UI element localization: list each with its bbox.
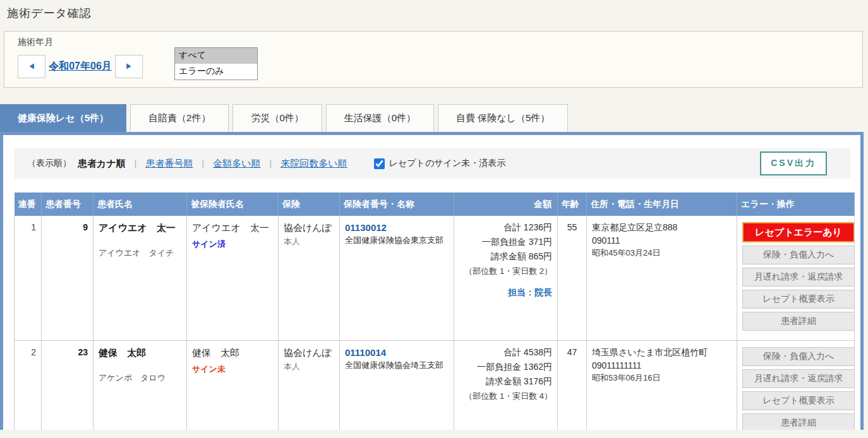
patient-number-cell: 23 bbox=[42, 341, 93, 430]
sort-toolbar: （表示順） 患者カナ順 ｜ 患者番号順 ｜ 金額多い順 ｜ 来院回数多い順 レセ… bbox=[14, 148, 851, 179]
header-insured-name: 被保険者氏名 bbox=[187, 192, 279, 216]
next-month-button[interactable]: ▶ bbox=[115, 55, 143, 78]
address-cell: 埼玉県さいたま市北区植竹町 09011111111 昭和53年06月16日 bbox=[587, 341, 737, 430]
patient-detail-button[interactable]: 患者詳細 bbox=[742, 312, 855, 331]
insurance-type: 協会けんぽ bbox=[284, 347, 334, 359]
sort-separator: ｜ bbox=[198, 158, 207, 169]
table-row: 1 9 アイウエオ 太一 アイウエオ タイチ アイウエオ 太一 サイン済 協会け… bbox=[15, 216, 855, 341]
insurance-injury-input-button[interactable]: 保険・負傷入力へ bbox=[742, 347, 855, 366]
csv-export-button[interactable]: CSV出力 bbox=[760, 151, 827, 175]
receipt-panel: （表示順） 患者カナ順 ｜ 患者番号順 ｜ 金額多い順 ｜ 来院回数多い順 レセ… bbox=[0, 132, 864, 430]
prev-month-icon: ◀ bbox=[28, 63, 35, 70]
error-filter-listbox[interactable]: すべて エラーのみ bbox=[174, 47, 258, 80]
insurance-tabs: 健康保険レセ（5件） 自賠責（2件） 労災（0件） 生活保護（0件） 自費 保険… bbox=[0, 104, 868, 132]
current-month-link[interactable]: 令和07年06月 bbox=[45, 60, 115, 73]
patient-name-cell: アイウエオ 太一 アイウエオ タイチ bbox=[93, 216, 187, 341]
operations-cell: レセプトエラーあり 保険・負傷入力へ 月遅れ請求・返戻請求 レセプト概要表示 患… bbox=[737, 216, 855, 341]
sign-display-checkbox-label: レセプトのサイン未・済表示 bbox=[389, 158, 506, 169]
insured-name-cell: アイウエオ 太一 サイン済 bbox=[187, 216, 279, 341]
amount-total: 合計 4538円 bbox=[459, 347, 552, 358]
tab-seikatsu-hogo[interactable]: 生活保護（0件） bbox=[326, 104, 434, 132]
tab-kenko-hoken[interactable]: 健康保険レセ（5件） bbox=[0, 104, 126, 132]
insurance-cell: 協会けんぽ 本人 bbox=[279, 341, 340, 430]
amount-detail: （部位数 1・実日数 2） bbox=[459, 266, 552, 277]
birth-date: 昭和45年03月24日 bbox=[592, 247, 732, 259]
operations-cell: 保険・負傷入力へ 月遅れ請求・返戻請求 レセプト概要表示 患者詳細 bbox=[737, 341, 855, 430]
birth-date: 昭和53年06月16日 bbox=[592, 372, 732, 384]
tab-jibaiseki[interactable]: 自賠責（2件） bbox=[130, 104, 229, 132]
sort-separator: ｜ bbox=[267, 158, 275, 169]
filter-option-errors-only[interactable]: エラーのみ bbox=[175, 64, 257, 80]
seq-cell: 1 bbox=[15, 216, 42, 341]
amount-claim: 請求金額 865円 bbox=[459, 251, 552, 263]
insurer-cell: 01110014 全国健康保険協会埼玉支部 bbox=[340, 341, 454, 430]
insurance-cell: 協会けんぽ 本人 bbox=[279, 216, 340, 341]
treatment-month-filter: 施術年月 ◀ 令和07年06月 ▶ すべて エラーのみ bbox=[4, 31, 863, 88]
receipt-summary-button[interactable]: レセプト概要表示 bbox=[742, 391, 855, 410]
header-amount: 金額 bbox=[454, 192, 558, 216]
page-title: 施術データ確認 bbox=[0, 0, 868, 21]
amount-detail: （部位数 1・実日数 4） bbox=[459, 391, 552, 402]
table-header-row: 連番 患者番号 患者氏名 被保険者氏名 保険 保険者番号・名称 金額 年齢 住所… bbox=[15, 192, 855, 216]
insurance-type: 協会けんぽ bbox=[284, 222, 334, 234]
insured-name: 健保 太郎 bbox=[192, 347, 273, 359]
sign-status-badge: サイン未 bbox=[192, 364, 273, 375]
receipt-error-button[interactable]: レセプトエラーあり bbox=[742, 222, 855, 242]
address-cell: 東京都足立区足立888 090111 昭和45年03月24日 bbox=[587, 216, 737, 341]
phone: 090111 bbox=[592, 235, 732, 246]
patient-name: 健保 太郎 bbox=[99, 347, 181, 359]
tab-rosai[interactable]: 労災（0件） bbox=[232, 104, 322, 132]
header-insurance: 保険 bbox=[279, 192, 340, 216]
insurer-name: 全国健康保険協会東京支部 bbox=[345, 235, 449, 246]
header-patient-name: 患者氏名 bbox=[93, 192, 187, 216]
insurer-number-link[interactable]: 01110014 bbox=[345, 347, 449, 358]
sort-link-visit-count[interactable]: 来院回数多い順 bbox=[280, 158, 347, 170]
header-insurer-number-name: 保険者番号・名称 bbox=[340, 192, 454, 216]
treatment-month-label: 施術年月 bbox=[18, 37, 862, 48]
header-seq: 連番 bbox=[15, 192, 42, 216]
late-claim-return-button[interactable]: 月遅れ請求・返戻請求 bbox=[742, 268, 855, 287]
patient-name: アイウエオ 太一 bbox=[99, 222, 181, 234]
amount-copay: 一部負担金 1362円 bbox=[459, 362, 552, 373]
staff-in-charge-link[interactable]: 担当：院長 bbox=[459, 287, 552, 299]
header-age: 年齢 bbox=[558, 192, 587, 216]
amount-cell: 合計 4538円 一部負担金 1362円 請求金額 3176円 （部位数 1・実… bbox=[454, 341, 558, 430]
patient-kana: アイウエオ タイチ bbox=[99, 247, 181, 259]
insurance-injury-input-button[interactable]: 保険・負傷入力へ bbox=[742, 246, 855, 264]
address: 埼玉県さいたま市北区植竹町 bbox=[592, 347, 732, 358]
sort-order-label: （表示順） bbox=[27, 158, 71, 169]
sort-separator: ｜ bbox=[131, 158, 140, 169]
header-error-operations: エラー・操作 bbox=[737, 192, 855, 216]
insured-relation: 本人 bbox=[284, 236, 334, 247]
header-address-phone-birth: 住所・電話・生年月日 bbox=[587, 192, 737, 216]
next-month-icon: ▶ bbox=[126, 63, 133, 70]
sign-display-checkbox[interactable] bbox=[374, 158, 385, 169]
sort-link-amount[interactable]: 金額多い順 bbox=[213, 158, 260, 170]
insurer-number-link[interactable]: 01130012 bbox=[345, 222, 449, 233]
sort-current-kana: 患者カナ順 bbox=[78, 158, 126, 170]
amount-total: 合計 1236円 bbox=[459, 222, 552, 234]
amount-claim: 請求金額 3176円 bbox=[459, 376, 552, 388]
filter-option-all[interactable]: すべて bbox=[175, 48, 257, 64]
amount-cell: 合計 1236円 一部負担金 371円 請求金額 865円 （部位数 1・実日数… bbox=[454, 216, 558, 341]
receipt-table: 連番 患者番号 患者氏名 被保険者氏名 保険 保険者番号・名称 金額 年齢 住所… bbox=[14, 192, 855, 430]
prev-month-button[interactable]: ◀ bbox=[18, 55, 45, 78]
table-row: 2 23 健保 太郎 アケンポ タロウ 健保 太郎 サイン未 協会けんぽ 本人 … bbox=[15, 341, 855, 430]
patient-name-cell: 健保 太郎 アケンポ タロウ bbox=[93, 341, 187, 430]
receipt-summary-button[interactable]: レセプト概要表示 bbox=[742, 290, 855, 309]
sort-link-patient-number[interactable]: 患者番号順 bbox=[145, 158, 193, 170]
tab-jihi[interactable]: 自費 保険なし（5件） bbox=[438, 104, 568, 132]
patient-detail-button[interactable]: 患者詳細 bbox=[742, 413, 855, 430]
address: 東京都足立区足立888 bbox=[592, 222, 732, 234]
patient-kana: アケンポ タロウ bbox=[99, 372, 181, 384]
insured-relation: 本人 bbox=[284, 361, 334, 372]
age-cell: 55 bbox=[558, 216, 587, 341]
seq-cell: 2 bbox=[15, 341, 42, 430]
insurer-name: 全国健康保険協会埼玉支部 bbox=[345, 360, 449, 371]
insurer-cell: 01130012 全国健康保険協会東京支部 bbox=[340, 216, 454, 341]
insured-name-cell: 健保 太郎 サイン未 bbox=[187, 341, 279, 430]
patient-number-cell: 9 bbox=[42, 216, 93, 341]
insured-name: アイウエオ 太一 bbox=[192, 222, 273, 234]
sign-status-badge: サイン済 bbox=[192, 239, 273, 250]
late-claim-return-button[interactable]: 月遅れ請求・返戻請求 bbox=[742, 369, 855, 388]
